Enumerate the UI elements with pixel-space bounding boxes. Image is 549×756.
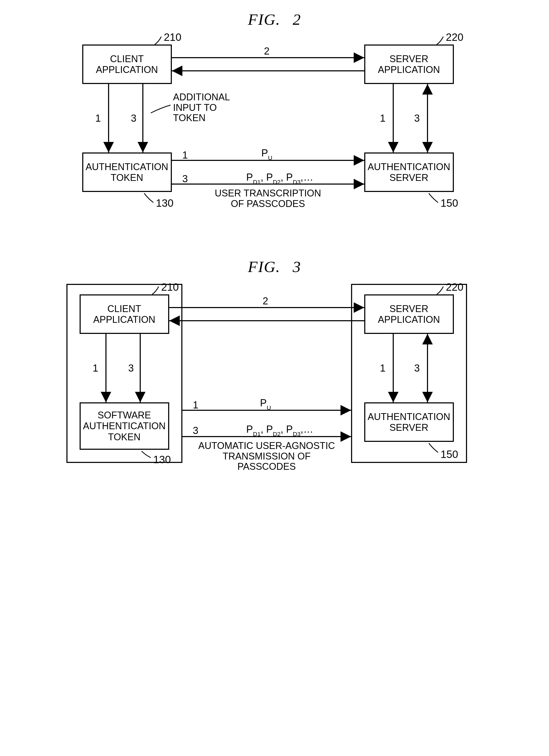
pu-label: PU (261, 148, 272, 160)
figure-3-title: FIG. 3 (64, 258, 486, 276)
arrow-num-top: 2 (263, 296, 268, 307)
arrow-num-m3: 3 (193, 425, 198, 436)
arrow-num-m1: 1 (182, 150, 188, 161)
figure-3: FIG. 3 CLIENTAPPLICATION SERVERAPPLICATI… (64, 258, 486, 476)
bottom-caption: USER TRANSCRIPTIONOF PASSCODES (210, 188, 326, 209)
arrow-num-r1: 1 (380, 363, 386, 374)
arrow-num-top: 2 (264, 46, 269, 57)
bottom-caption: AUTOMATIC USER-AGNOSTICTRANSMISSION OF P… (193, 441, 341, 472)
arrow-num-l1: 1 (95, 113, 101, 124)
pd-list-label: PD1, PD2, PD3,… (227, 424, 333, 436)
pd-list-label: PD1, PD2, PD3,… (227, 172, 333, 184)
arrow-num-r3: 3 (414, 363, 420, 374)
figure-2-diagram: CLIENTAPPLICATION SERVERAPPLICATION AUTH… (64, 39, 486, 218)
figure-2-title: FIG. 2 (64, 11, 486, 29)
arrow-num-r1: 1 (380, 113, 386, 124)
pu-label: PU (260, 398, 271, 410)
figure-2: FIG. 2 CLIENTAPPLICATION SERVERAPPLICATI… (64, 11, 486, 218)
additional-input-label: ADDITIONALINPUT TOTOKEN (173, 92, 230, 123)
arrow-num-l3: 3 (131, 113, 136, 124)
arrow-num-r3: 3 (414, 113, 420, 124)
arrow-num-l1: 1 (93, 363, 98, 374)
figure-3-diagram: CLIENTAPPLICATION SERVERAPPLICATION SOFT… (64, 286, 486, 476)
arrow-num-m1: 1 (193, 400, 198, 411)
arrow-num-l3: 3 (128, 363, 134, 374)
arrow-num-m3: 3 (182, 174, 188, 185)
